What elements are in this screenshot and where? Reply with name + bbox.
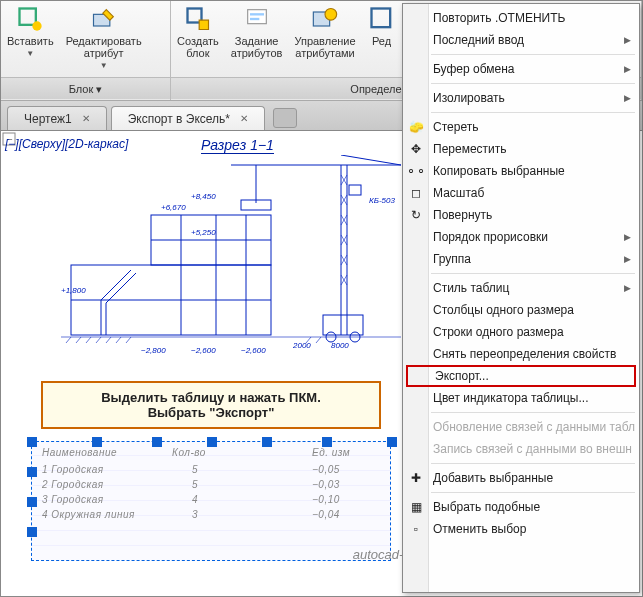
new-tab-button[interactable]: [273, 108, 297, 128]
svg-line-26: [126, 337, 131, 343]
block-editor-button[interactable]: Ред: [362, 1, 402, 77]
svg-point-8: [325, 9, 337, 21]
manage-attr-icon: [311, 5, 339, 33]
edit-attribute-button[interactable]: Редактировать атрибут ▼: [60, 1, 148, 77]
svg-line-24: [106, 337, 111, 343]
define-attributes-button[interactable]: Задание атрибутов: [225, 1, 289, 77]
svg-text:−2,600: −2,600: [191, 346, 216, 355]
menu-item-label: Отменить выбор: [433, 522, 526, 536]
menu-item-label: Добавить выбранные: [433, 471, 553, 485]
svg-point-1: [33, 21, 42, 30]
menu-item[interactable]: ◻Масштаб: [403, 182, 639, 204]
menu-item[interactable]: Повторить .ОТМЕНИТЬ: [403, 7, 639, 29]
menu-item: Обновление связей с данными табл: [403, 416, 639, 438]
copy-icon: ⚬⚬: [407, 162, 425, 180]
menu-item-label: Масштаб: [433, 186, 484, 200]
context-menu: Повторить .ОТМЕНИТЬПоследний ввод▶Буфер …: [402, 3, 640, 593]
menu-item[interactable]: 🧽Стереть: [403, 116, 639, 138]
drawing-title: Разрез 1−1: [201, 137, 274, 154]
scale-icon: ◻: [407, 184, 425, 202]
insert-icon: [16, 5, 44, 33]
menu-item[interactable]: Стиль таблиц▶: [403, 277, 639, 299]
app-window: Вставить ▼ Редактировать атрибут ▼ Блок …: [0, 0, 643, 597]
submenu-arrow-icon: ▶: [624, 35, 631, 45]
menu-item[interactable]: Буфер обмена▶: [403, 58, 639, 80]
create-block-icon: [184, 5, 212, 33]
svg-text:2000: 2000: [292, 341, 311, 350]
menu-item[interactable]: Последний ввод▶: [403, 29, 639, 51]
menu-item[interactable]: ↻Повернуть: [403, 204, 639, 226]
rotate-icon: ↻: [407, 206, 425, 224]
menu-item-label: Буфер обмена: [433, 62, 515, 76]
menu-item-label: Переместить: [433, 142, 507, 156]
menu-item[interactable]: Цвет индикатора таблицы...: [403, 387, 639, 409]
menu-item-label: Столбцы одного размера: [433, 303, 574, 317]
svg-text:+5,250: +5,250: [191, 228, 216, 237]
menu-item-label: Повторить .ОТМЕНИТЬ: [433, 11, 565, 25]
svg-rect-50: [349, 185, 361, 195]
svg-line-21: [76, 337, 81, 343]
menu-item[interactable]: Группа▶: [403, 248, 639, 270]
svg-line-22: [86, 337, 91, 343]
menu-item-label: Обновление связей с данными табл: [433, 420, 635, 434]
submenu-arrow-icon: ▶: [624, 254, 631, 264]
section-drawing: КБ-503 +6,670 +8,450 +5,250 +1,800 −2,80…: [61, 155, 401, 365]
menu-item-label: Группа: [433, 252, 471, 266]
svg-rect-5: [250, 13, 264, 15]
svg-line-20: [66, 337, 71, 343]
svg-line-44: [341, 155, 401, 165]
menu-item-label: Стереть: [433, 120, 478, 134]
tab-drawing1[interactable]: Чертеж1✕: [7, 106, 107, 130]
tab-export-excel[interactable]: Экспорт в Эксель*✕: [111, 106, 265, 130]
menu-item[interactable]: Снять переопределения свойств: [403, 343, 639, 365]
svg-text:+6,670: +6,670: [161, 203, 186, 212]
svg-rect-9: [371, 9, 390, 28]
close-icon[interactable]: ✕: [240, 113, 248, 124]
submenu-arrow-icon: ▶: [624, 283, 631, 293]
svg-line-28: [316, 337, 321, 343]
menu-item[interactable]: Изолировать▶: [403, 87, 639, 109]
insert-button[interactable]: Вставить ▼: [1, 1, 60, 77]
close-icon[interactable]: ✕: [82, 113, 90, 124]
svg-text:+1,800: +1,800: [61, 286, 86, 295]
submenu-arrow-icon: ▶: [624, 232, 631, 242]
menu-item[interactable]: Строки одного размера: [403, 321, 639, 343]
menu-item[interactable]: ✚Добавить выбранные: [403, 467, 639, 489]
svg-text:−2,800: −2,800: [141, 346, 166, 355]
svg-text:+8,450: +8,450: [191, 192, 216, 201]
chevron-down-icon: ▼: [100, 61, 108, 70]
menu-item[interactable]: Порядок прорисовки▶: [403, 226, 639, 248]
svg-text:8000: 8000: [331, 341, 349, 350]
menu-item[interactable]: ⚬⚬Копировать выбранные: [403, 160, 639, 182]
define-attr-icon: [243, 5, 271, 33]
menu-item-label: Выбрать подобные: [433, 500, 540, 514]
menu-item-label: Изолировать: [433, 91, 505, 105]
menu-item[interactable]: Экспорт...: [406, 365, 636, 387]
svg-line-23: [96, 337, 101, 343]
menu-item[interactable]: Столбцы одного размера: [403, 299, 639, 321]
create-block-button[interactable]: Создать блок: [171, 1, 225, 77]
submenu-arrow-icon: ▶: [624, 93, 631, 103]
menu-item-label: Экспорт...: [435, 369, 489, 383]
menu-item-label: Снять переопределения свойств: [433, 347, 616, 361]
viewport-label[interactable]: [−][Сверху][2D-каркас]: [5, 137, 128, 151]
selected-table[interactable]: Наименование Кол-во Ед. изм 1 Городская …: [31, 441, 391, 561]
manage-attributes-button[interactable]: Управление атрибутами: [288, 1, 361, 77]
menu-item[interactable]: ▫Отменить выбор: [403, 518, 639, 540]
svg-text:−2,600: −2,600: [241, 346, 266, 355]
menu-item: Запись связей с данными во внешн: [403, 438, 639, 460]
ribbon-group-title[interactable]: Блок ▾: [1, 77, 170, 99]
menu-item-label: Цвет индикатора таблицы...: [433, 391, 588, 405]
menu-item[interactable]: ▦Выбрать подобные: [403, 496, 639, 518]
select-similar-icon: ▦: [407, 498, 425, 516]
svg-line-25: [116, 337, 121, 343]
svg-rect-0: [20, 9, 36, 25]
submenu-arrow-icon: ▶: [624, 64, 631, 74]
move-icon: ✥: [407, 140, 425, 158]
menu-item[interactable]: ✥Переместить: [403, 138, 639, 160]
svg-rect-6: [250, 18, 259, 20]
chevron-down-icon: ▼: [26, 49, 34, 58]
menu-item-label: Порядок прорисовки: [433, 230, 548, 244]
deselect-icon: ▫: [407, 520, 425, 538]
menu-item-label: Строки одного размера: [433, 325, 564, 339]
